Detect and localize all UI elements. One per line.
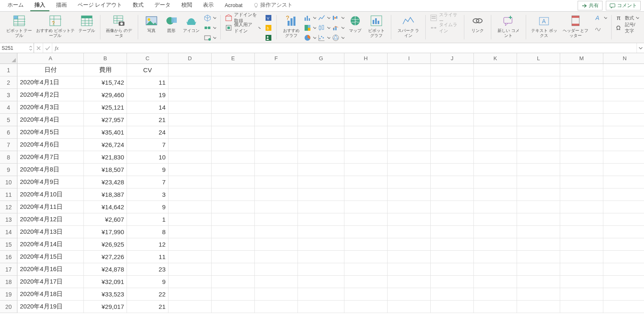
cell[interactable] xyxy=(431,176,474,188)
cell[interactable] xyxy=(344,188,388,201)
cell[interactable] xyxy=(298,76,344,89)
cell[interactable] xyxy=(431,64,474,76)
cell[interactable]: 2020年4月17日 xyxy=(17,276,84,288)
cell[interactable] xyxy=(603,164,644,176)
cell[interactable] xyxy=(168,238,212,251)
cell[interactable]: 2020年4月18日 xyxy=(17,288,84,301)
cell[interactable] xyxy=(344,201,388,213)
cell[interactable] xyxy=(344,139,388,151)
enter-formula-button[interactable] xyxy=(43,43,52,53)
pie-chart-button[interactable] xyxy=(303,33,317,42)
row-header-12[interactable]: 12 xyxy=(0,201,17,213)
cell[interactable] xyxy=(168,64,212,76)
cell[interactable] xyxy=(168,251,212,263)
row-header-15[interactable]: 15 xyxy=(0,238,17,251)
cell[interactable]: ¥26,724 xyxy=(84,139,127,151)
cell[interactable] xyxy=(431,238,474,251)
get-addins-button[interactable]: アドインを取得 xyxy=(224,13,261,22)
cell[interactable] xyxy=(298,101,344,114)
cell[interactable] xyxy=(168,101,212,114)
cell[interactable] xyxy=(474,188,517,201)
screenshot-button[interactable] xyxy=(203,33,217,42)
cell[interactable]: ¥17,990 xyxy=(84,226,127,238)
hierarchy-chart-button[interactable] xyxy=(303,23,317,32)
cancel-formula-button[interactable] xyxy=(34,43,43,53)
3d-models-button[interactable] xyxy=(203,13,217,22)
column-header-F[interactable]: F xyxy=(255,53,298,64)
statistic-chart-button[interactable] xyxy=(317,23,331,32)
cell[interactable] xyxy=(212,139,255,151)
cell[interactable] xyxy=(474,126,517,139)
cell[interactable] xyxy=(344,226,388,238)
cell[interactable] xyxy=(560,151,603,164)
cell[interactable] xyxy=(388,64,431,76)
cell[interactable]: 費用 xyxy=(84,64,127,76)
cell[interactable] xyxy=(474,276,517,288)
cell[interactable] xyxy=(388,301,431,313)
visio-addin-button[interactable]: V xyxy=(264,13,273,22)
cell[interactable] xyxy=(560,76,603,89)
cell[interactable] xyxy=(298,263,344,276)
cell[interactable]: 2020年4月11日 xyxy=(17,201,84,213)
cell[interactable] xyxy=(517,139,560,151)
pictures-button[interactable]: 写真 xyxy=(141,13,161,34)
cell[interactable] xyxy=(560,114,603,126)
cell[interactable] xyxy=(517,201,560,213)
cell[interactable] xyxy=(474,164,517,176)
cell[interactable] xyxy=(168,288,212,301)
cell[interactable] xyxy=(168,89,212,101)
cell[interactable] xyxy=(388,226,431,238)
cell[interactable] xyxy=(474,288,517,301)
cell[interactable] xyxy=(603,213,644,226)
cell[interactable] xyxy=(431,101,474,114)
cell[interactable] xyxy=(298,226,344,238)
cell[interactable] xyxy=(168,114,212,126)
link-button[interactable]: リンク xyxy=(468,13,488,34)
cell[interactable] xyxy=(344,76,388,89)
cell[interactable]: 21 xyxy=(127,301,168,313)
line-chart-button[interactable] xyxy=(317,13,331,22)
row-header-11[interactable]: 11 xyxy=(0,188,17,201)
cell[interactable] xyxy=(517,276,560,288)
cell[interactable]: 2020年4月5日 xyxy=(17,126,84,139)
column-header-L[interactable]: L xyxy=(517,53,560,64)
cell[interactable]: ¥15,742 xyxy=(84,76,127,89)
row-header-17[interactable]: 17 xyxy=(0,263,17,276)
cell[interactable] xyxy=(560,276,603,288)
cell[interactable] xyxy=(298,151,344,164)
cell[interactable] xyxy=(388,89,431,101)
equation-button[interactable]: π 数式 xyxy=(615,13,640,22)
wordart-button[interactable]: A xyxy=(594,13,608,22)
tab-insert[interactable]: 挿入 xyxy=(30,0,49,11)
cell[interactable] xyxy=(603,276,644,288)
cell[interactable] xyxy=(517,114,560,126)
row-header-7[interactable]: 7 xyxy=(0,139,17,151)
cell[interactable] xyxy=(255,188,298,201)
cell[interactable] xyxy=(168,263,212,276)
column-header-H[interactable]: H xyxy=(344,53,388,64)
cell[interactable] xyxy=(344,114,388,126)
column-header-I[interactable]: I xyxy=(388,53,431,64)
cell[interactable] xyxy=(212,151,255,164)
cell[interactable] xyxy=(212,226,255,238)
cell[interactable] xyxy=(298,89,344,101)
cell[interactable] xyxy=(212,164,255,176)
cell[interactable]: 2020年4月4日 xyxy=(17,114,84,126)
cell[interactable] xyxy=(344,126,388,139)
cell[interactable] xyxy=(344,64,388,76)
tab-data[interactable]: データ xyxy=(150,0,175,11)
cell[interactable] xyxy=(603,251,644,263)
cell[interactable] xyxy=(168,213,212,226)
cell[interactable] xyxy=(212,301,255,313)
my-addins-button[interactable]: 個人用アドイン xyxy=(224,23,261,32)
cell[interactable] xyxy=(517,64,560,76)
row-header-3[interactable]: 3 xyxy=(0,89,17,101)
cell[interactable] xyxy=(431,139,474,151)
cell[interactable] xyxy=(388,276,431,288)
cell[interactable] xyxy=(298,288,344,301)
cell[interactable] xyxy=(603,176,644,188)
tab-acrobat[interactable]: Acrobat xyxy=(220,1,246,11)
cell[interactable] xyxy=(388,176,431,188)
cell[interactable] xyxy=(474,64,517,76)
cell[interactable] xyxy=(255,139,298,151)
